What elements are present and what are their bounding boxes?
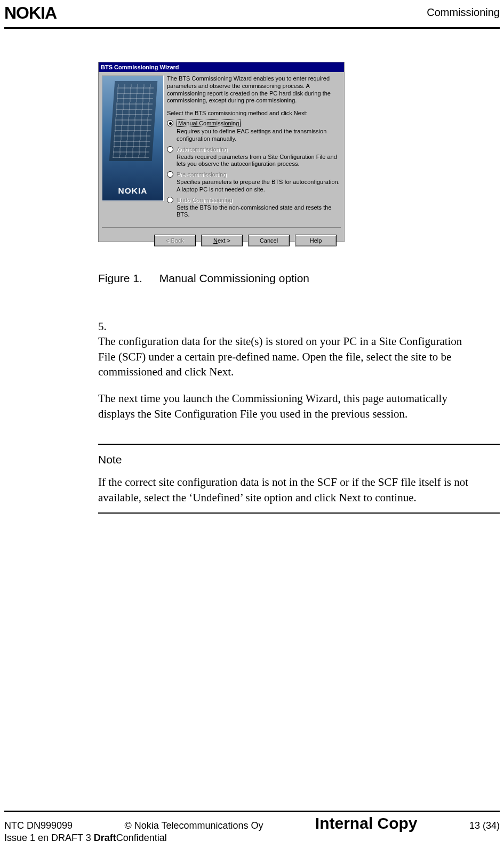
- footer-issue: Issue 1 en DRAFT 3 DraftConfidential: [4, 832, 167, 844]
- back-button: < Back: [154, 235, 196, 246]
- option-undo-commissioning[interactable]: Undo Commissioning: [167, 197, 341, 203]
- footer-issue-text: Issue 1 en DRAFT 3: [4, 832, 94, 843]
- option-autocommissioning[interactable]: Autocommissioning: [167, 146, 341, 153]
- dialog-titlebar: BTS Commissioning Wizard: [99, 62, 344, 72]
- option-manual-commissioning[interactable]: Manual Commissioning: [167, 119, 341, 127]
- dialog-body: NOKIA The BTS Commissioning Wizard enabl…: [99, 72, 344, 224]
- footer-internal-copy: Internal Copy: [315, 814, 418, 832]
- dialog-side-image: NOKIA: [102, 75, 164, 201]
- note-rule-top: [98, 444, 500, 445]
- next-button[interactable]: Next >: [201, 235, 243, 246]
- help-button[interactable]: Help: [295, 235, 337, 246]
- building-graphic: [109, 81, 157, 161]
- note-heading: Note: [98, 452, 500, 467]
- footer-page-number: 13 (34): [469, 820, 500, 831]
- footer-confidential: Confidential: [116, 832, 167, 843]
- bts-wizard-dialog: BTS Commissioning Wizard NOKIA The BTS C…: [98, 62, 345, 242]
- footer-draft-label: Draft: [94, 832, 116, 843]
- next-mnemonic: N: [213, 237, 218, 244]
- option-label: Pre-commissioning: [177, 171, 227, 178]
- dialog-button-row: < Back Next > Cancel Help: [99, 228, 344, 253]
- radio-icon: [167, 171, 173, 178]
- step-p2: The next time you launch the Commissioni…: [98, 391, 467, 421]
- nokia-logo: NOKIA: [4, 3, 57, 22]
- footer-rule: [4, 811, 500, 812]
- option-pre-desc: Specifies parameters to prepare the BTS …: [177, 179, 341, 194]
- note-block: Note If the correct site configuration d…: [98, 444, 500, 514]
- note-text: If the correct site configuration data i…: [98, 475, 500, 505]
- dialog-intro-text: The BTS Commissioning Wizard enables you…: [167, 75, 341, 105]
- dialog-right-pane: The BTS Commissioning Wizard enables you…: [167, 75, 341, 221]
- figure-caption-text: Manual Commissioning option: [159, 272, 309, 284]
- side-brand-text: NOKIA: [102, 187, 164, 195]
- option-label: Undo Commissioning: [177, 197, 233, 203]
- step-5: 5. The configuration data for the site(s…: [98, 319, 500, 421]
- cancel-button[interactable]: Cancel: [248, 235, 290, 246]
- figure-caption: Figure 1. Manual Commissioning option: [98, 272, 500, 285]
- option-pre-commissioning[interactable]: Pre-commissioning: [167, 171, 341, 178]
- option-auto-desc: Reads required parameters from a Site Co…: [177, 154, 341, 169]
- step-number: 5.: [98, 319, 129, 334]
- content-column: BTS Commissioning Wizard NOKIA The BTS C…: [98, 62, 500, 514]
- radio-icon: [167, 146, 173, 153]
- step-p1: The configuration data for the site(s) i…: [98, 334, 467, 379]
- footer-doc-id: NTC DN999099: [4, 820, 73, 831]
- radio-icon: [167, 120, 173, 126]
- header-section-title: Commissioning: [427, 6, 500, 19]
- dialog-select-prompt: Select the BTS commissioning method and …: [167, 110, 341, 116]
- page-header: NOKIA Commissioning: [4, 3, 500, 29]
- step-text: The configuration data for the site(s) i…: [98, 334, 467, 421]
- figure-number: Figure 1.: [98, 272, 142, 285]
- note-rule-bottom: [98, 512, 500, 514]
- option-label: Autocommissioning: [177, 146, 227, 153]
- page-footer: NTC DN999099 © Nokia Telecommunications …: [4, 811, 500, 844]
- option-manual-desc: Requires you to define EAC settings and …: [177, 128, 341, 143]
- radio-icon: [167, 197, 173, 203]
- footer-copyright: © Nokia Telecommunications Oy: [124, 820, 263, 831]
- next-rest: ext >: [218, 237, 230, 244]
- option-label: Manual Commissioning: [177, 119, 241, 127]
- header-rule: [4, 27, 500, 29]
- option-undo-desc: Sets the BTS to the non-commissioned sta…: [177, 204, 341, 219]
